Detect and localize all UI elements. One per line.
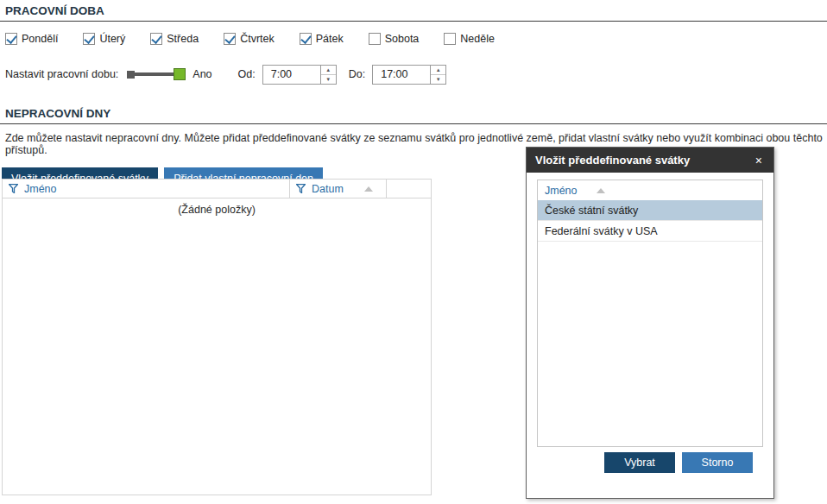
set-working-time-label: Nastavit pracovní dobu: <box>5 68 118 80</box>
checkbox-label: Čtvrtek <box>240 33 275 45</box>
list-item-us-federal-holidays[interactable]: Federální svátky v USA <box>538 221 762 242</box>
filter-icon[interactable] <box>9 184 18 193</box>
table-header-row: Jméno Datum <box>3 180 431 198</box>
working-time-row: Nastavit pracovní dobu: Ano Od: 7:00 ▲ ▼… <box>5 64 827 85</box>
cancel-button[interactable]: Storno <box>682 452 753 473</box>
checkbox-icon[interactable] <box>300 33 312 45</box>
checkbox-label: Neděle <box>460 33 495 45</box>
toggle-value-label: Ano <box>193 68 211 80</box>
non-working-days-table: Jméno Datum (Žádné položky) <box>2 179 432 495</box>
column-header-extra <box>387 180 431 198</box>
listbox-header[interactable]: Jméno <box>538 180 762 200</box>
close-icon[interactable]: × <box>753 154 765 167</box>
column-header-name[interactable]: Jméno <box>3 180 290 198</box>
from-time-input[interactable]: 7:00 ▲ ▼ <box>262 65 337 85</box>
to-time-value[interactable]: 17:00 <box>373 66 430 84</box>
checkbox-thursday[interactable]: Čtvrtek <box>224 33 275 45</box>
checkbox-saturday[interactable]: Sobota <box>369 33 420 45</box>
toggle-handle[interactable] <box>174 68 186 80</box>
toggle-endcap <box>127 71 135 79</box>
checkbox-monday[interactable]: Pondělí <box>5 33 58 45</box>
spin-up-icon[interactable]: ▲ <box>431 66 445 75</box>
working-time-settings-page: PRACOVNÍ DOBA Pondělí Úterý Středa Čtvrt… <box>0 0 827 504</box>
checkbox-label: Sobota <box>385 33 420 45</box>
spin-down-icon[interactable]: ▼ <box>431 75 445 84</box>
dialog-titlebar: Vložit předdefinované svátky × <box>527 148 773 173</box>
column-header-label: Jméno <box>24 183 57 195</box>
column-header-date[interactable]: Datum <box>290 180 387 198</box>
non-working-days-section-title: NEPRACOVNÍ DNY <box>0 103 827 124</box>
to-label: Do: <box>349 68 365 80</box>
to-time-spinner: ▲ ▼ <box>430 66 445 84</box>
checkbox-icon[interactable] <box>83 33 95 45</box>
checkbox-icon[interactable] <box>150 33 162 45</box>
working-time-toggle-slider[interactable] <box>127 68 186 81</box>
filter-icon[interactable] <box>296 184 306 193</box>
checkbox-icon[interactable] <box>5 33 17 45</box>
checkbox-icon[interactable] <box>224 33 236 45</box>
listbox-header-label: Jméno <box>545 185 578 197</box>
from-time-spinner: ▲ ▼ <box>320 66 336 84</box>
sort-ascending-icon[interactable] <box>364 186 373 192</box>
column-header-label: Datum <box>312 183 344 195</box>
dialog-title: Vložit předdefinované svátky <box>535 154 690 167</box>
from-label: Od: <box>238 68 256 80</box>
to-time-input[interactable]: 17:00 ▲ ▼ <box>372 65 446 85</box>
table-empty-placeholder: (Žádné položky) <box>3 198 431 216</box>
checkbox-icon[interactable] <box>369 33 381 45</box>
checkbox-label: Pondělí <box>22 33 58 45</box>
list-item-czech-holidays[interactable]: České státní svátky <box>538 200 762 221</box>
weekday-checkbox-row: Pondělí Úterý Středa Čtvrtek Pátek Sobot… <box>5 33 827 45</box>
working-hours-section-title: PRACOVNÍ DOBA <box>0 0 827 22</box>
dialog-body: Jméno České státní svátky Federální svát… <box>527 173 773 473</box>
dialog-footer: Vybrat Storno <box>537 447 763 473</box>
checkbox-label: Úterý <box>99 33 125 45</box>
insert-predefined-holidays-dialog: Vložit předdefinované svátky × Jméno Čes… <box>526 147 774 499</box>
checkbox-tuesday[interactable]: Úterý <box>83 33 125 45</box>
sort-ascending-icon[interactable] <box>597 188 605 193</box>
spin-up-icon[interactable]: ▲ <box>321 66 336 75</box>
checkbox-icon[interactable] <box>444 33 456 45</box>
toggle-track <box>135 72 174 76</box>
from-time-value[interactable]: 7:00 <box>263 66 320 84</box>
holiday-set-listbox: Jméno České státní svátky Federální svát… <box>537 180 763 447</box>
checkbox-sunday[interactable]: Neděle <box>444 33 495 45</box>
checkbox-wednesday[interactable]: Středa <box>150 33 199 45</box>
checkbox-friday[interactable]: Pátek <box>300 33 344 45</box>
checkbox-label: Pátek <box>316 33 344 45</box>
spin-down-icon[interactable]: ▼ <box>321 75 336 84</box>
checkbox-label: Středa <box>167 33 199 45</box>
select-button[interactable]: Vybrat <box>604 452 675 473</box>
